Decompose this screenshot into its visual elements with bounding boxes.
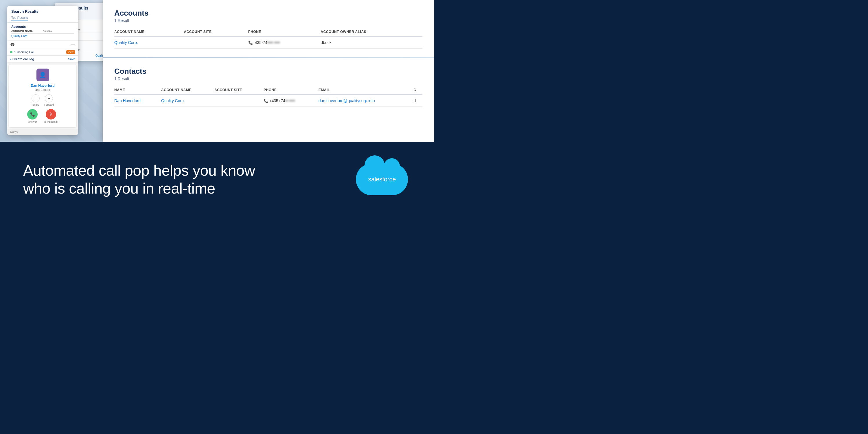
contact-phone-cell: 📞 (435) 74•• ••••: [264, 95, 318, 107]
salesforce-cloud: salesforce: [356, 163, 408, 195]
contact-site-cell: [214, 95, 264, 107]
top-results-label[interactable]: Top Results: [11, 16, 28, 21]
contact-row[interactable]: Dan Haverford Quality Corp. 📞 (435) 74••…: [114, 95, 423, 107]
ignore-label: Ignore: [32, 103, 39, 106]
phone-bar: ☎ —: [7, 40, 78, 49]
th-contact-phone: PHONE: [264, 86, 318, 95]
avatar-icon: 👤: [39, 71, 46, 79]
quality-corp-link-mini[interactable]: Quality Corp.: [11, 34, 74, 38]
contact-extra-cell: d: [413, 95, 423, 107]
th-contact-account: ACCOUNT NAME: [161, 86, 214, 95]
phone-icon-contacts: 📞: [264, 99, 268, 103]
contacts-title: Contacts: [114, 67, 423, 76]
view-badge[interactable]: View: [66, 50, 75, 54]
main-container: Search Results Top Results Accounts ACCO…: [0, 0, 434, 217]
phone-icon-accounts: 📞: [248, 40, 253, 45]
salesforce-logo: salesforce: [353, 161, 411, 198]
col-acct-header: ACCO...: [43, 30, 74, 32]
contacts-header-row: NAME ACCOUNT NAME ACCOUNT SITE PHONE EMA…: [114, 86, 423, 95]
save-link[interactable]: Save: [68, 57, 75, 61]
th-phone: PHONE: [248, 28, 321, 36]
call-actions-row: — Ignore ↪ Forward: [12, 94, 73, 106]
answer-label: Answer: [28, 120, 37, 123]
contact-phone-prefix: (435) 74: [270, 98, 285, 103]
th-name: NAME: [114, 86, 161, 95]
th-account-site: ACCOUNT SITE: [184, 28, 248, 36]
section-divider: [103, 57, 434, 58]
answer-button[interactable]: 📞 Answer: [27, 109, 38, 123]
call-log-header: ‹ Create call log Save: [7, 56, 78, 63]
account-name-cell[interactable]: Quality Corp.: [114, 36, 184, 49]
main-results-panel: Accounts 1 Result ACCOUNT NAME ACCOUNT S…: [103, 0, 434, 142]
account-owner-cell: dbuck: [320, 36, 423, 49]
salesforce-label: salesforce: [368, 176, 396, 183]
notes-label: Notes: [10, 130, 18, 134]
th-email: EMAIL: [318, 86, 413, 95]
active-dot: [10, 51, 12, 53]
voicemail-button[interactable]: 🎙 To Voicemail: [43, 109, 58, 123]
search-results-title: Search Results: [11, 9, 74, 13]
call-log-title: Create call log: [12, 57, 68, 61]
incoming-call-bar[interactable]: 1 Incoming Call View: [7, 49, 78, 56]
account-phone-blurred: •••• ••••: [267, 40, 280, 45]
accounts-table-head: ACCOUNT NAME ACCOUNT SITE PHONE ACCOUNT …: [114, 28, 423, 36]
notes-footer: Notes: [7, 129, 78, 135]
col-account-name-header: ACCOUNT NAME: [11, 30, 43, 32]
accounts-table: ACCOUNT NAME ACCOUNT SITE PHONE ACCOUNT …: [114, 28, 423, 49]
contact-email-cell[interactable]: dan.haverford@qualitycorp.info: [318, 95, 413, 107]
call-main-actions: 📞 Answer 🎙 To Voicemail: [12, 109, 73, 123]
accounts-count: 1 Result: [114, 18, 423, 23]
accounts-mini-title: Accounts: [11, 25, 74, 28]
forward-button[interactable]: ↪ Forward: [44, 94, 54, 106]
ignore-button[interactable]: — Ignore: [32, 94, 40, 106]
contacts-table-body: Dan Haverford Quality Corp. 📞 (435) 74••…: [114, 95, 423, 107]
back-arrow-icon[interactable]: ‹: [10, 57, 11, 61]
caller-card: 👤 Dan Haverford and 1 more — Ignore ↪ Fo…: [9, 64, 76, 127]
tagline-text: Automated call pop helps you knowwho is …: [23, 161, 353, 197]
incoming-call-text: 1 Incoming Call: [14, 51, 64, 54]
account-phone-cell: 📞 435-74•••• ••••: [248, 36, 321, 49]
forward-label: Forward: [44, 103, 54, 106]
left-panel: Search Results Top Results Accounts ACCO…: [7, 6, 78, 135]
account-phone-prefix: 435-74: [255, 40, 268, 45]
caller-avatar: 👤: [36, 69, 49, 81]
account-site-cell: [184, 36, 248, 49]
accounts-mini-row[interactable]: Quality Corp.: [11, 34, 74, 38]
bottom-section: Automated call pop helps you knowwho is …: [0, 142, 434, 217]
phone-icon: ☎: [10, 42, 15, 47]
results-panel-inner: Accounts 1 Result ACCOUNT NAME ACCOUNT S…: [103, 0, 434, 142]
account-row[interactable]: Quality Corp. 📞 435-74•••• •••• dbuck: [114, 36, 423, 49]
contacts-table: NAME ACCOUNT NAME ACCOUNT SITE PHONE EMA…: [114, 86, 423, 107]
forward-icon: ↪: [45, 94, 53, 102]
accounts-title: Accounts: [114, 9, 423, 18]
voicemail-label: To Voicemail: [43, 120, 58, 123]
accounts-header-row: ACCOUNT NAME ACCOUNT SITE PHONE ACCOUNT …: [114, 28, 423, 36]
ui-area: Search Results Top Results Accounts ACCO…: [0, 0, 434, 142]
accounts-mini-section: Accounts ACCOUNT NAME ACCO... Quality Co…: [7, 23, 78, 40]
answer-icon: 📞: [27, 109, 38, 120]
contact-name-cell[interactable]: Dan Haverford: [114, 95, 161, 107]
mini-table-header: ACCOUNT NAME ACCO...: [11, 30, 74, 34]
minimize-button[interactable]: —: [71, 42, 75, 47]
voicemail-icon: 🎙: [46, 109, 56, 120]
contacts-results-section: Contacts 1 Result NAME ACCOUNT NAME ACCO…: [114, 67, 423, 107]
th-contact-site: ACCOUNT SITE: [214, 86, 264, 95]
contacts-table-head: NAME ACCOUNT NAME ACCOUNT SITE PHONE EMA…: [114, 86, 423, 95]
th-extra: C: [413, 86, 423, 95]
th-owner-alias: ACCOUNT OWNER ALIAS: [320, 28, 423, 36]
ignore-icon: —: [32, 94, 40, 102]
caller-name[interactable]: Dan Haverford: [12, 84, 73, 88]
th-account-name: ACCOUNT NAME: [114, 28, 184, 36]
search-results-header: Search Results Top Results: [7, 6, 78, 23]
contact-phone-blurred: •• ••••: [285, 98, 295, 103]
contacts-count: 1 Result: [114, 76, 423, 81]
contact-account-cell[interactable]: Quality Corp.: [161, 95, 214, 107]
accounts-table-body: Quality Corp. 📞 435-74•••• •••• dbuck: [114, 36, 423, 49]
caller-sub: and 1 more: [12, 88, 73, 91]
accounts-results-section: Accounts 1 Result ACCOUNT NAME ACCOUNT S…: [114, 9, 423, 49]
